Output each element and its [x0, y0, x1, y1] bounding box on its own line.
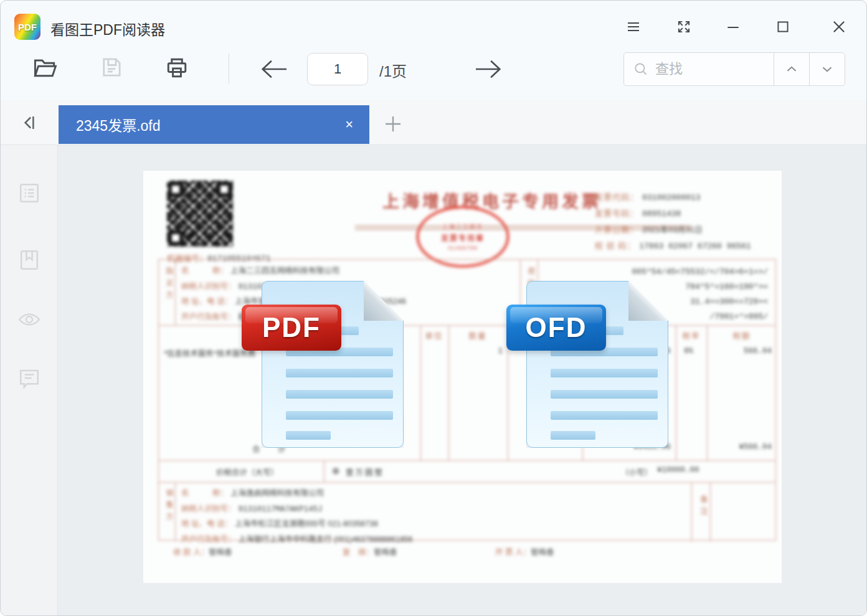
minimize-icon [725, 19, 741, 35]
invoice-stamp: 上海二三四五 发票专用章 31456789 [416, 206, 509, 268]
app-logo-icon: PDF [14, 14, 40, 40]
close-window-button[interactable] [827, 14, 851, 39]
save-icon [98, 54, 125, 80]
tab-close-button[interactable]: × [345, 118, 369, 131]
hamburger-icon [625, 19, 642, 34]
page-number-input[interactable] [307, 53, 368, 85]
pdf-badge: PDF [242, 305, 341, 351]
arrow-left-icon [258, 57, 290, 82]
view-mode-button[interactable] [16, 307, 43, 334]
comment-icon [16, 364, 43, 392]
search-input[interactable] [655, 61, 742, 77]
invoice-page: 机器编号：9171055104671 上海增值税电子专用发票 上海二三四五 发票… [143, 171, 782, 583]
previous-page-button[interactable] [258, 57, 290, 82]
app-title: 看图王PDF阅读器 [50, 18, 165, 39]
ofd-file-icon: OFD [526, 281, 668, 448]
new-tab-button[interactable] [379, 110, 407, 138]
document-viewer[interactable]: 机器编号：9171055104671 上海增值税电子专用发票 上海二三四五 发票… [58, 145, 866, 616]
menu-button[interactable] [621, 14, 646, 39]
collapse-left-icon [19, 112, 40, 133]
plus-icon [382, 113, 404, 135]
grand-total-label: 价税合计（大写） [216, 466, 278, 478]
col-header: 税额 [732, 329, 751, 341]
invoice-content: 机器编号：9171055104671 上海增值税电子专用发票 上海二三四五 发票… [143, 171, 782, 583]
folded-corner [364, 281, 404, 321]
save-button[interactable] [98, 54, 125, 80]
maximize-icon [775, 19, 791, 35]
find-previous-button[interactable] [774, 53, 809, 85]
left-sidebar [1, 145, 58, 616]
page-count-label: /1页 [379, 59, 407, 81]
grand-total-value: ¥10000.00 [657, 466, 699, 475]
outline-list-icon [16, 179, 43, 207]
invoice-table: 购买方 名 称：上海二三四五网络科技有限公司 纳税人识别号：91310230MA… [158, 259, 776, 541]
bookmarks-panel-button[interactable] [16, 246, 43, 273]
circled-x-symbol: ⊗ [332, 465, 340, 476]
buyer-side-label: 购买方 [159, 267, 174, 303]
minimize-button[interactable] [721, 14, 746, 39]
grand-total-cn: 壹万圆整 [346, 466, 384, 478]
thumbnails-panel-button[interactable] [16, 179, 43, 207]
tab-bar: 2345发票.ofd × [1, 100, 866, 145]
maximize-button[interactable] [770, 14, 795, 39]
folder-open-icon [31, 54, 59, 82]
qr-finder-square [168, 182, 183, 197]
open-file-button[interactable] [31, 54, 59, 82]
app-window: PDF 看图王PDF阅读器 [0, 0, 867, 616]
tab-active[interactable]: 2345发票.ofd × [59, 105, 369, 144]
toolbar: /1页 [1, 54, 866, 100]
comments-panel-button[interactable] [16, 364, 43, 392]
titlebar: PDF 看图王PDF阅读器 [1, 1, 866, 54]
item-qty: 1 [498, 347, 503, 356]
grand-total-small-label: （小写） [621, 466, 652, 478]
qr-code [167, 181, 233, 247]
search-field[interactable] [624, 53, 774, 85]
search-group [623, 52, 845, 86]
fullscreen-button[interactable] [671, 14, 696, 39]
ofd-badge: OFD [506, 305, 606, 351]
tab-title: 2345发票.ofd [59, 114, 345, 135]
find-next-button[interactable] [809, 53, 845, 85]
seller-fields: 名 称：上海逸启网络科技有限公司 纳税人识别号：91310117MA7AKP14… [181, 486, 413, 547]
expand-arrows-icon [676, 19, 692, 35]
item-tax: 566.04 [744, 347, 772, 356]
qr-finder-square [168, 230, 183, 245]
item-rate: 6% [684, 347, 693, 356]
item-name: *信息技术服务*技术服务费 [164, 347, 255, 359]
next-page-button[interactable] [473, 57, 504, 82]
eye-icon [16, 307, 43, 332]
collapse-sidebar-button[interactable] [16, 109, 43, 136]
chevron-up-icon [784, 62, 799, 77]
chevron-down-icon [820, 62, 835, 77]
seller-side-label: 销售方 [159, 489, 174, 524]
folded-corner [628, 281, 668, 321]
col-header: 单位 [425, 329, 443, 341]
invoice-header-fields: 发票代码：031002000013 发票号码：08951438 开票日期：202… [595, 191, 751, 255]
print-button[interactable] [163, 54, 191, 82]
remark-label: 备注 [693, 495, 709, 519]
col-header: 数量 [468, 329, 486, 341]
toolbar-divider [229, 54, 229, 83]
pdf-file-icon: PDF [262, 281, 404, 448]
search-icon [633, 61, 649, 77]
col-header: 税率 [682, 329, 700, 341]
main-area: 机器编号：9171055104671 上海增值税电子专用发票 上海二三四五 发票… [1, 145, 866, 616]
bookmark-icon [16, 246, 43, 273]
subtotal-tax: ¥566.04 [739, 443, 772, 452]
printer-icon [163, 54, 191, 82]
qr-finder-square [217, 182, 232, 197]
arrow-right-icon [473, 57, 504, 82]
close-icon [830, 18, 848, 36]
